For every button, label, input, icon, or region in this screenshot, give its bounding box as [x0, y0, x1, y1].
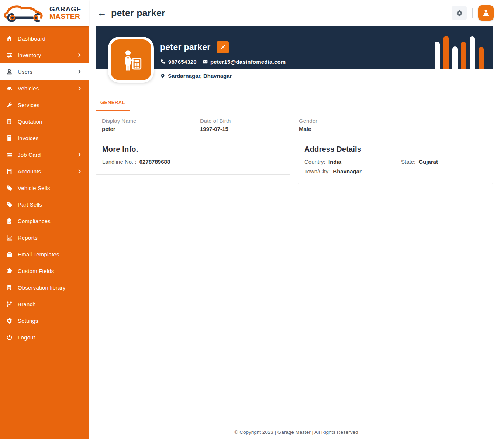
envelope-icon	[202, 59, 208, 65]
garage-master-logo-icon	[3, 3, 46, 23]
sidebar-item-label: Compliances	[18, 218, 51, 224]
settings-button[interactable]	[452, 6, 467, 20]
car-icon	[6, 85, 13, 92]
sidebar-item-label: Inventory	[18, 52, 41, 58]
field-label: Date of Birth	[200, 118, 231, 124]
decor-bar	[479, 47, 484, 69]
sidebar-item-reports[interactable]: Reports	[0, 229, 89, 246]
sidebar-item-label: Vehicle Sells	[18, 185, 50, 191]
sidebar-item-services[interactable]: Services	[0, 97, 89, 113]
app-logo[interactable]: GARAGE MASTER	[0, 0, 89, 26]
sidebar-nav: Dashboard Inventory Users Vehicles Servi…	[0, 26, 89, 346]
country-row: Country: India	[304, 159, 487, 165]
user-at-desk-icon	[481, 8, 491, 18]
chart-line-icon	[6, 235, 13, 241]
divider	[472, 8, 473, 18]
main-page: ← peter parker	[89, 0, 504, 439]
sidebar-item-label: Services	[18, 102, 39, 108]
profile-banner	[96, 26, 493, 69]
decor-bar	[452, 46, 458, 69]
branch-icon	[6, 301, 13, 308]
file-invoice-icon	[6, 118, 13, 125]
pencil-icon	[220, 45, 225, 50]
tab-general[interactable]: GENERAL	[96, 97, 130, 111]
sidebar-item-accounts[interactable]: Accounts	[0, 163, 89, 180]
profile-avatar	[108, 37, 154, 83]
sidebar-item-branch[interactable]: Branch	[0, 296, 89, 312]
file-icon	[6, 284, 13, 291]
home-icon	[6, 35, 13, 42]
profile-phone: 987654320	[168, 59, 197, 65]
profile-name: peter parker	[160, 42, 211, 52]
sidebar-item-custom-fields[interactable]: Custom Fields	[0, 263, 89, 279]
user-icon	[6, 69, 13, 75]
sidebar-item-label: Custom Fields	[18, 268, 54, 274]
town-label: Town/City:	[304, 168, 330, 174]
chevron-right-icon	[77, 86, 82, 91]
person-with-calculator-icon	[119, 48, 143, 72]
sidebar-item-label: Invoices	[18, 135, 39, 141]
sidebar-item-label: Logout	[18, 334, 35, 341]
edit-profile-button[interactable]	[217, 41, 229, 53]
credit-card-icon	[6, 152, 13, 158]
back-button[interactable]: ←	[97, 8, 107, 18]
user-menu-button[interactable]	[478, 5, 494, 21]
town-city-row: Town/City: Bhavnagar	[304, 168, 487, 174]
sidebar: GARAGE MASTER Dashboard Inventory Users …	[0, 0, 89, 439]
sidebar-item-inventory[interactable]: Inventory	[0, 47, 89, 63]
sidebar-item-vehicle-sells[interactable]: Vehicle Sells	[0, 180, 89, 196]
chevron-right-icon	[77, 152, 82, 157]
sidebar-item-users[interactable]: Users	[0, 63, 89, 80]
location-pin-icon	[160, 73, 165, 79]
tag-icon	[6, 185, 13, 191]
receipt-icon	[6, 135, 13, 142]
calculator-icon	[6, 168, 13, 175]
sidebar-item-label: Users	[18, 69, 32, 75]
field-date-of-birth: Date of Birth 1997-07-15	[200, 118, 231, 132]
more-info-card: More Info. Landline No. : 0278789688	[96, 139, 290, 175]
field-value: Male	[299, 126, 317, 132]
field-display-name: Display Name peter	[102, 118, 136, 132]
sidebar-item-label: Observation library	[18, 284, 66, 291]
profile-name-row: peter parker	[160, 41, 229, 53]
sidebar-item-compliances[interactable]: Compliances	[0, 213, 89, 229]
more-info-title: More Info.	[102, 145, 284, 153]
sidebar-item-settings[interactable]: Settings	[0, 312, 89, 329]
address-title: Address Details	[304, 145, 487, 153]
sidebar-item-invoices[interactable]: Invoices	[0, 130, 89, 146]
sidebar-item-quotation[interactable]: Quotation	[0, 113, 89, 130]
landline-label: Landline No. :	[102, 159, 137, 165]
brand-line1: GARAGE	[49, 6, 81, 13]
country-label: Country:	[304, 159, 325, 165]
sidebar-item-logout[interactable]: Logout	[0, 329, 89, 346]
topbar-actions	[452, 5, 494, 21]
power-icon	[6, 334, 13, 341]
sidebar-item-job-card[interactable]: Job Card	[0, 146, 89, 163]
sidebar-item-email-templates[interactable]: Email Templates	[0, 246, 89, 263]
field-value: 1997-07-15	[200, 126, 231, 132]
field-value: peter	[102, 126, 136, 132]
brand-name: GARAGE MASTER	[49, 6, 81, 20]
gear-icon	[456, 10, 463, 17]
state-value: Gujarat	[418, 159, 438, 165]
sidebar-item-vehicles[interactable]: Vehicles	[0, 80, 89, 97]
puzzle-icon	[6, 268, 13, 274]
sidebar-item-observation-library[interactable]: Observation library	[0, 279, 89, 296]
address-grid: Country: India State: Gujarat Town/City:…	[304, 159, 487, 174]
country-value: India	[328, 159, 341, 165]
decor-bar	[461, 42, 466, 69]
envelope-icon	[6, 251, 13, 258]
landline-row: Landline No. : 0278789688	[102, 159, 284, 165]
sidebar-item-part-sells[interactable]: Part Sells	[0, 196, 89, 213]
field-label: Display Name	[102, 118, 136, 124]
profile-location-row: Sardarnagar, Bhavnagar	[160, 73, 232, 79]
sidebar-item-dashboard[interactable]: Dashboard	[0, 30, 89, 47]
sidebar-item-label: Vehicles	[18, 85, 39, 91]
sidebar-item-label: Part Sells	[18, 201, 42, 208]
sidebar-item-label: Reports	[18, 235, 38, 241]
sidebar-item-label: Job Card	[18, 152, 41, 158]
landline-value: 0278789688	[139, 159, 170, 165]
profile-contact-row: 987654320 peter15@dasinfomedia.com	[160, 59, 286, 65]
profile-email-part: peter15@dasinfomedia.com	[202, 59, 286, 65]
town-value: Bhavnagar	[333, 168, 362, 174]
